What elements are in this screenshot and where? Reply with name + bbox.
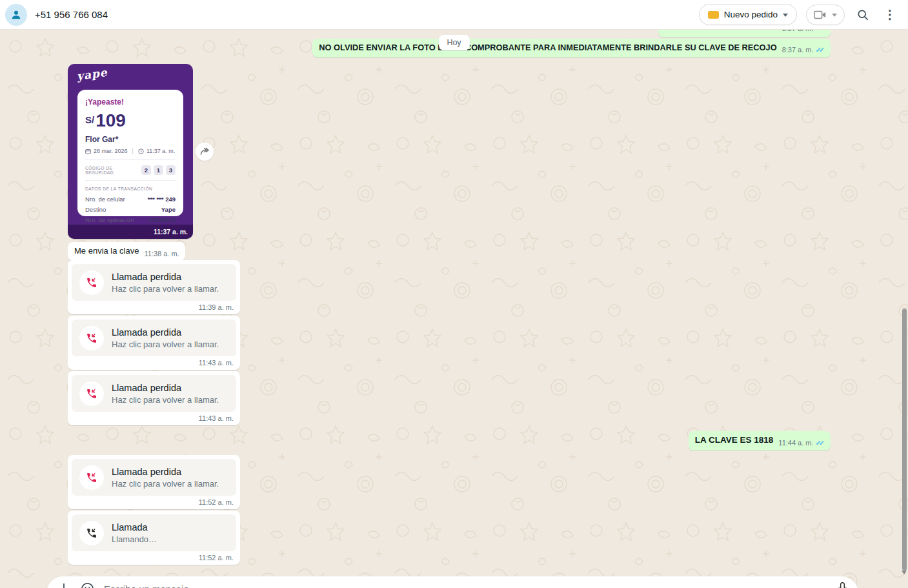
message-text: LA CLAVE ES 1818: [695, 435, 774, 446]
message-time: 11:37 a. m.: [154, 228, 188, 236]
tx-row-label: Nro. de celular: [85, 196, 125, 203]
call-subtitle: Haz clic para volver a llamar.: [112, 284, 219, 294]
receipt-time: 11:37 a. m.: [146, 148, 175, 154]
missed-call-icon: [85, 471, 98, 484]
read-receipt-icon: ✓✓: [816, 46, 825, 54]
tx-row-value: Yape: [161, 206, 176, 213]
transaction-row: Nro. de operación 11816213: [85, 216, 176, 223]
scroll-down-arrow[interactable]: [902, 571, 907, 574]
missed-call-icon: [85, 276, 98, 289]
separator: |: [130, 148, 136, 154]
currency-symbol: S/: [85, 114, 94, 125]
attach-plus-icon[interactable]: [57, 582, 71, 588]
tx-row-label: Destino: [85, 206, 106, 213]
security-digit: 3: [166, 165, 176, 175]
missed-call-icon: [85, 387, 98, 400]
tx-row-value: 11816213: [148, 216, 176, 223]
message-incoming-clave-request[interactable]: Me envia la clave 11:38 a. m.: [68, 242, 185, 261]
call-card-inner: Llamada perdida Haz clic para volver a l…: [72, 459, 236, 496]
message-time: 11:38 a. m.: [144, 250, 179, 258]
microphone-icon[interactable]: [837, 582, 848, 588]
contact-avatar[interactable]: [5, 4, 27, 26]
video-camera-icon: [814, 10, 827, 19]
chat-header: +51 956 766 084 Nuevo pedido ⋮: [0, 0, 908, 30]
kebab-menu-icon: ⋮: [884, 8, 896, 21]
forward-arrow-icon: [199, 147, 210, 157]
menu-button[interactable]: ⋮: [881, 6, 899, 24]
security-code-label: CÓDIGO DE SEGURIDAD: [85, 166, 141, 175]
message-time: 11:52 a. m.: [199, 554, 234, 562]
message-text: NO OLVIDE ENVIAR LA FOTO DE SU COMPROBAN…: [319, 43, 776, 53]
transaction-data-label: DATOS DE LA TRANSACCIÓN: [85, 187, 176, 191]
call-card-inner: Llamada perdida Haz clic para volver a l…: [72, 319, 236, 356]
message-time: 11:43 a. m.: [199, 359, 234, 367]
label-tag-icon: [708, 11, 719, 19]
message-composer: [46, 576, 858, 588]
message-outgoing-partial[interactable]: 8:37 a. m. ✓✓: [658, 30, 831, 37]
video-call-button[interactable]: [806, 5, 845, 25]
recipient-name: Flor Gar*: [85, 135, 176, 144]
message-time: 11:43 a. m.: [199, 414, 234, 422]
call-card-inner: Llamada perdida Haz clic para volver a l…: [72, 375, 236, 412]
chat-message-area: 8:37 a. m. ✓✓ Hoy NO OLVIDE ENVIAR LA FO…: [0, 30, 908, 588]
call-title: Llamada: [112, 522, 157, 532]
call-subtitle: Haz clic para volver a llamar.: [112, 479, 219, 489]
calendar-icon: [85, 148, 91, 154]
read-receipt-icon: ✓✓: [816, 30, 825, 32]
transaction-row: Nro. de celular *** *** 249: [85, 196, 176, 203]
message-input[interactable]: [104, 583, 828, 588]
yape-logo: yape: [76, 66, 108, 83]
chevron-down-icon: [832, 14, 837, 17]
call-subtitle: Haz clic para volver a llamar.: [112, 395, 219, 405]
call-subtitle: Llamando…: [112, 534, 157, 544]
message-time: 8:37 a. m.: [782, 30, 814, 32]
security-code-row: CÓDIGO DE SEGURIDAD 2 1 3: [85, 160, 176, 181]
image-message-footer: 11:37 a. m.: [68, 225, 193, 239]
receipt-title: ¡Yapeaste!: [85, 97, 176, 106]
message-text: Me envia la clave: [74, 246, 139, 256]
outgoing-call-card[interactable]: Llamada Llamando… 11:52 a. m.: [68, 511, 240, 565]
call-subtitle: Haz clic para volver a llamar.: [112, 340, 219, 349]
contact-phone-number[interactable]: +51 956 766 084: [35, 9, 108, 20]
message-time: 11:52 a. m.: [199, 498, 234, 506]
receipt-date-row: 28 mar. 2026 | 11:37 a. m.: [85, 148, 176, 160]
new-order-label: Nuevo pedido: [724, 10, 778, 19]
missed-call-card[interactable]: Llamada perdida Haz clic para volver a l…: [68, 316, 240, 370]
call-title: Llamada perdida: [112, 272, 219, 282]
date-separator-chip: Hoy: [438, 35, 469, 50]
yape-receipt-card: ¡Yapeaste! S/ 109 Flor Gar* 28 mar. 2026…: [77, 90, 183, 216]
missed-call-card[interactable]: Llamada perdida Haz clic para volver a l…: [68, 260, 240, 314]
call-icon: [85, 527, 98, 540]
chevron-down-icon: [783, 14, 788, 17]
security-digit: 1: [154, 165, 163, 175]
new-order-button[interactable]: Nuevo pedido: [699, 4, 797, 25]
message-time: 11:39 a. m.: [199, 303, 234, 311]
call-card-inner: Llamada perdida Haz clic para volver a l…: [72, 264, 236, 301]
security-digit: 2: [141, 165, 151, 175]
person-icon: [10, 8, 23, 21]
tx-row-value: *** *** 249: [148, 196, 176, 203]
tx-row-label: Nro. de operación: [85, 216, 134, 223]
search-button[interactable]: [854, 6, 872, 24]
message-image-yape-receipt[interactable]: yape ¡Yapeaste! S/ 109 Flor Gar* 28 mar.…: [68, 64, 193, 239]
receipt-amount: S/ 109: [85, 112, 176, 130]
read-receipt-icon: ✓✓: [816, 439, 825, 447]
transaction-row: Destino Yape: [85, 206, 176, 213]
message-time: 8:37 a. m.: [782, 46, 814, 54]
scrollbar-thumb[interactable]: [902, 309, 907, 571]
message-outgoing-clave[interactable]: LA CLAVE ES 1818 11:44 a. m. ✓✓: [689, 431, 831, 451]
amount-value: 109: [96, 112, 126, 130]
missed-call-icon: [85, 332, 98, 345]
search-icon: [856, 8, 869, 21]
call-card-inner: Llamada Llamando…: [72, 514, 236, 551]
call-title: Llamada perdida: [112, 327, 219, 338]
message-outgoing-reminder[interactable]: NO OLVIDE ENVIAR LA FOTO DE SU COMPROBAN…: [312, 39, 831, 57]
call-title: Llamada perdida: [112, 383, 219, 393]
emoji-icon[interactable]: [80, 582, 95, 588]
forward-message-button[interactable]: [196, 143, 214, 161]
receipt-date: 28 mar. 2026: [94, 148, 128, 154]
missed-call-card[interactable]: Llamada perdida Haz clic para volver a l…: [68, 455, 240, 509]
missed-call-card[interactable]: Llamada perdida Haz clic para volver a l…: [68, 371, 240, 425]
message-time: 11:44 a. m.: [778, 439, 813, 447]
clock-icon: [138, 148, 144, 154]
